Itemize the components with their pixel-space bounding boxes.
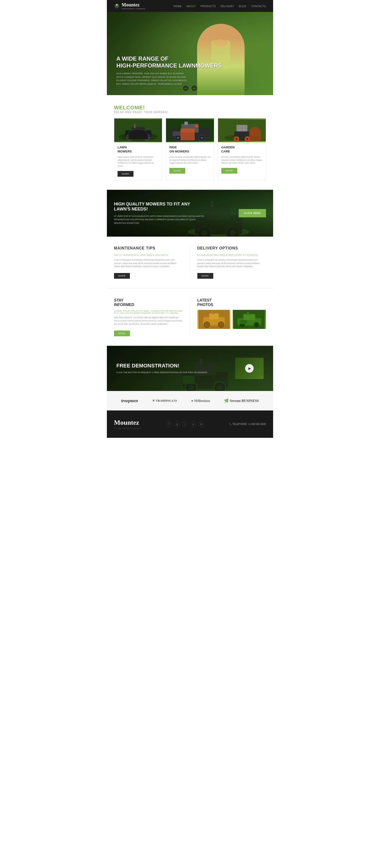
photo-yellow-mower[interactable] <box>197 310 231 329</box>
svg-rect-21 <box>184 122 188 125</box>
svg-point-22 <box>195 124 198 128</box>
latest-photos-column: LATEST PHOTOS <box>190 298 266 336</box>
footer-social-links: f g r p in <box>166 421 204 427</box>
svg-point-1 <box>116 4 117 5</box>
maintenance-more-button[interactable]: MORE <box>114 273 130 279</box>
logo-area: Mountez Lawnmowers company <box>114 2 145 10</box>
svg-rect-61 <box>183 375 195 384</box>
millenium-logo: ● Millenium <box>191 399 210 403</box>
delivery-title: DELIVERY OPTIONS <box>197 246 266 250</box>
stay-informed-title: STAY INFORMED <box>114 298 183 307</box>
play-button[interactable] <box>245 364 254 373</box>
stay-informed-more-button[interactable]: MORE <box>114 331 130 336</box>
lawn-mowers-text: Lorem ipsum dolor sit amet, consectetur … <box>117 156 159 168</box>
logo-subtitle: Lawnmowers company <box>122 8 145 10</box>
svg-rect-12 <box>132 127 145 132</box>
garden-care-body: GARDEN CARE Sit amet, consectetur adipis… <box>218 142 266 177</box>
svg-rect-39 <box>207 206 230 220</box>
nav-blog[interactable]: BLOG <box>239 5 246 8</box>
ride-on-mowers-more-button[interactable]: MORE <box>169 168 185 174</box>
svg-point-38 <box>230 230 236 236</box>
ride-on-mowers-image <box>166 118 214 142</box>
logo-icon <box>114 3 120 9</box>
svg-rect-51 <box>243 314 255 320</box>
footer-brand: Mountez © 2014 PRIVACY POLICY <box>114 419 141 430</box>
googleplus-icon[interactable]: g <box>174 421 180 427</box>
svg-point-57 <box>189 385 194 390</box>
banner-title: HIGH QUALITY MOWERS TO FIT ANY LAWN'S NE… <box>114 202 205 212</box>
traiding-logo: ✕ TRAIDING.CO <box>152 399 177 403</box>
nav-links: HOME ABOUT PRODUCTS DELIVERY BLOG CONTAC… <box>174 4 266 8</box>
photo-green-mower[interactable] <box>233 310 266 329</box>
svg-rect-40 <box>210 201 214 207</box>
logo-brand: Mountez <box>122 2 140 7</box>
svg-point-8 <box>126 134 133 140</box>
click-here-button[interactable]: CLICK HERE <box>239 209 266 217</box>
svg-point-50 <box>254 322 259 328</box>
garden-care-card: GARDEN CARE Sit amet, consectetur adipis… <box>218 118 266 180</box>
stream-logo: 🌿 Stream BUSINESS <box>224 399 258 403</box>
hero-description: NAM LIBERO TEMPORE, CUM SOLUTA NOBIS EST… <box>116 72 187 86</box>
delivery-more-button[interactable]: MORE <box>197 273 213 279</box>
pinterest-icon[interactable]: p <box>190 421 196 427</box>
svg-point-43 <box>204 322 209 328</box>
nav-products[interactable]: PRODUCTS <box>201 5 216 8</box>
svg-point-19 <box>201 137 203 139</box>
footer: Mountez © 2014 PRIVACY POLICY f g r p in… <box>107 410 273 438</box>
svg-point-11 <box>146 136 148 138</box>
welcome-section: WELCOME! RELAX AND ENJOY YOUR GARDEN! <box>107 95 273 190</box>
footer-copyright: © 2014 PRIVACY POLICY <box>114 427 141 430</box>
ride-on-mowers-text: Dolor sit amet, consectetur adipiscing e… <box>169 156 210 164</box>
garden-care-image <box>218 118 266 142</box>
stay-informed-subtitle: LOREM IPSUM DOLOR SIT AMET, CONSECTETUR … <box>114 310 183 314</box>
footer-phone: 📞 TELEPHONE: +1 800 605 6035 <box>229 423 266 426</box>
facebook-icon[interactable]: f <box>166 421 172 427</box>
stay-informed-column: STAY INFORMED LOREM IPSUM DOLOR SIT AMET… <box>114 298 190 336</box>
lawn-mowers-image <box>114 118 162 142</box>
welcome-subtitle: RELAX AND ENJOY YOUR GARDEN! <box>114 111 266 114</box>
svg-point-58 <box>217 385 222 390</box>
svg-point-31 <box>246 138 248 140</box>
svg-rect-52 <box>247 312 249 315</box>
rss-icon[interactable]: r <box>182 421 188 427</box>
maintenance-text: Amet ut voluptatem accusantium doloremqu… <box>114 258 183 268</box>
lawn-mowers-title: LAWN MOWERS <box>117 146 159 154</box>
latest-photos-title: LATEST PHOTOS <box>197 298 266 307</box>
maintenance-column: MAINTENANCE TIPS SED UT PERSPICIATIS UND… <box>114 246 190 279</box>
demo-title: FREE DEMONSTRATION! <box>116 363 207 369</box>
hero-section: A WIDE RANGE OF HIGH-PERFORMANCE LAWNMOW… <box>107 12 273 95</box>
demo-section: FREE DEMONSTRATION! CLICK THE BUTTON TO … <box>107 346 273 391</box>
ride-on-mowers-card: RIDE ON MOWERS Dolor sit amet, consectet… <box>166 118 214 180</box>
stay-informed-text: Nam libero tempore, cum soluta nobis est… <box>114 316 183 326</box>
ride-on-mowers-body: RIDE ON MOWERS Dolor sit amet, consectet… <box>166 142 214 177</box>
svg-rect-13 <box>134 124 135 128</box>
nav-about[interactable]: ABOUT <box>186 5 196 8</box>
banner-content: HIGH QUALITY MOWERS TO FIT ANY LAWN'S NE… <box>114 202 205 225</box>
troopmen-logo: troopmen <box>121 398 138 403</box>
partners-section: troopmen ✕ TRAIDING.CO ● Millenium 🌿 Str… <box>107 391 273 410</box>
quality-banner: HIGH QUALITY MOWERS TO FIT ANY LAWN'S NE… <box>107 190 273 237</box>
garden-care-text: Sit amet, consectetur adipiscing elit, s… <box>221 156 263 164</box>
svg-point-4 <box>214 39 228 46</box>
lawn-mowers-more-button[interactable]: MORE <box>117 171 134 177</box>
lawn-mowers-body: LAWN MOWERS Lorem ipsum dolor sit amet, … <box>114 142 162 180</box>
demo-text: CLICK THE BUTTON TO REQUEST A FREE DEMON… <box>116 371 207 374</box>
linkedin-icon[interactable]: in <box>198 421 204 427</box>
svg-point-44 <box>218 322 224 328</box>
garden-care-more-button[interactable]: MORE <box>221 168 237 174</box>
svg-point-18 <box>177 137 179 139</box>
phone-label: TELEPHONE: <box>232 423 247 426</box>
nav-contacts[interactable]: CONTACTS <box>251 5 266 8</box>
hero-content: A WIDE RANGE OF HIGH-PERFORMANCE LAWNMOW… <box>107 55 231 95</box>
hero-title: A WIDE RANGE OF HIGH-PERFORMANCE LAWNMOW… <box>116 55 222 69</box>
nav-home[interactable]: HOME <box>174 5 182 8</box>
navbar: Mountez Lawnmowers company HOME ABOUT PR… <box>107 0 273 12</box>
svg-rect-7 <box>125 130 151 138</box>
svg-point-9 <box>144 134 150 140</box>
svg-point-10 <box>128 136 131 138</box>
svg-rect-32 <box>236 125 247 131</box>
svg-point-6 <box>118 132 158 141</box>
svg-point-30 <box>235 138 238 140</box>
demo-content: FREE DEMONSTRATION! CLICK THE BUTTON TO … <box>116 363 207 374</box>
nav-delivery[interactable]: DELIVERY <box>221 5 234 8</box>
